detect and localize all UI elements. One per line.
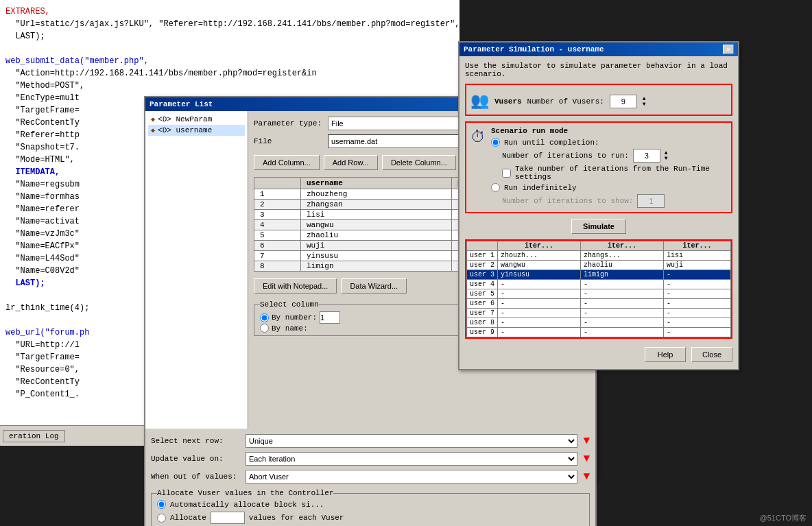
param-list-title: Parameter List bbox=[150, 100, 213, 108]
allocate-manual-label: Allocate bbox=[170, 514, 206, 522]
take-iterations-label: Take number of iterations from the Run-T… bbox=[515, 165, 727, 181]
when-out-row: When out of values: Abort Vuser Cycle Ke… bbox=[151, 470, 590, 483]
tree-icon-newparam: ◆ bbox=[151, 115, 155, 123]
tree-icon-username: ◆ bbox=[151, 126, 155, 134]
vusers-row: 👥 Vusers Number of Vusers: ▲ ▼ bbox=[470, 92, 727, 110]
allocate-legend: Allocate Vuser values in the Controller bbox=[157, 489, 333, 497]
tree-item-newparam[interactable]: ◆ <D> NewParam bbox=[148, 114, 245, 125]
iterations-spinner[interactable]: ▲ ▼ bbox=[665, 150, 668, 161]
vusers-spinner[interactable]: ▲ ▼ bbox=[643, 96, 646, 107]
by-number-input[interactable] bbox=[320, 311, 340, 324]
generation-log-tab[interactable]: eration Log bbox=[3, 430, 65, 442]
param-tree-panel: ◆ <D> NewParam ◆ <D> username bbox=[145, 111, 248, 477]
sim-table-row: user 5--- bbox=[467, 289, 731, 299]
allocate-auto-radio[interactable] bbox=[157, 500, 166, 509]
dropdown-arrow-update: ▼ bbox=[583, 453, 590, 465]
iterations-show-input bbox=[637, 194, 665, 208]
scenario-section: ⏱ Scenario run mode Run until completion… bbox=[465, 121, 732, 213]
sim-table-row: user 1zhouzh...zhangs...lisi bbox=[467, 251, 731, 261]
allocate-manual-radio[interactable] bbox=[157, 514, 166, 523]
select-next-row-select[interactable]: Unique Sequential Random bbox=[246, 434, 577, 448]
run-indefinitely-row: Run indefinitely bbox=[491, 183, 727, 192]
take-iterations-row: Take number of iterations from the Run-T… bbox=[491, 165, 727, 181]
iterations-input[interactable] bbox=[633, 149, 660, 163]
data-wizard-button[interactable]: Data Wizard... bbox=[341, 278, 407, 294]
allocate-auto-label: Automatically allocate block si... bbox=[170, 501, 324, 509]
simulate-button[interactable]: Simulate bbox=[571, 219, 626, 234]
sim-titlebar: Parameter Simulation - username ✕ bbox=[459, 43, 738, 56]
param-list-bottom-panel: Select next row: Unique Sequential Rando… bbox=[144, 429, 597, 526]
iter-down-arrow[interactable]: ▼ bbox=[665, 156, 668, 161]
iterations-show-row: Number of iterations to show: bbox=[491, 194, 727, 208]
allocate-section: Allocate Vuser values in the Controller … bbox=[151, 489, 590, 526]
when-out-label: When out of values: bbox=[151, 473, 240, 481]
sim-table-row: user 8--- bbox=[467, 318, 731, 328]
select-next-row-row: Select next row: Unique Sequential Rando… bbox=[151, 434, 590, 448]
select-next-row-label: Select next row: bbox=[151, 437, 240, 445]
tree-item-username[interactable]: ◆ <D> username bbox=[148, 125, 245, 136]
sim-table-row: user 3yinsusulimign- bbox=[467, 270, 731, 280]
sim-table-row: user 4--- bbox=[467, 280, 731, 289]
when-out-select[interactable]: Abort Vuser Cycle Keep Last Value bbox=[246, 470, 577, 483]
scenario-inner: ⏱ Scenario run mode Run until completion… bbox=[470, 127, 727, 208]
sim-table-row: user 6--- bbox=[467, 299, 731, 309]
results-section: iter... iter... iter... user 1zhouzh...z… bbox=[465, 239, 732, 339]
run-indefinitely-label: Run indefinitely bbox=[504, 184, 577, 192]
scenario-icon: ⏱ bbox=[470, 128, 486, 147]
watermark: @51CTO博客 bbox=[760, 513, 807, 523]
sim-table-row: user 7--- bbox=[467, 309, 731, 318]
simulate-btn-container: Simulate bbox=[465, 219, 732, 234]
scenario-title-label: Scenario run mode bbox=[491, 127, 727, 135]
by-name-label: By name: bbox=[272, 324, 308, 333]
run-indefinitely-radio[interactable] bbox=[491, 183, 500, 192]
vusers-label: Vusers bbox=[494, 97, 522, 106]
vusers-section: 👥 Vusers Number of Vusers: ▲ ▼ bbox=[465, 84, 732, 116]
dropdown-arrow-when-out: ▼ bbox=[583, 470, 590, 483]
allocate-manual-row: Allocate values for each Vuser bbox=[157, 512, 584, 524]
edit-notepad-button[interactable]: Edit with Notepad... bbox=[254, 278, 337, 294]
iterations-label: Number of iterations to run: bbox=[502, 152, 629, 160]
update-value-row: Update value on: Each iteration Each occ… bbox=[151, 452, 590, 466]
sim-close-x[interactable]: ✕ bbox=[723, 45, 734, 54]
vusers-input[interactable] bbox=[610, 95, 637, 108]
parameter-simulation-window: Parameter Simulation - username ✕ Use th… bbox=[458, 41, 739, 370]
select-column-legend: Select column bbox=[260, 300, 319, 309]
take-iterations-checkbox[interactable] bbox=[502, 169, 511, 178]
run-until-radio[interactable] bbox=[491, 138, 500, 147]
add-row-button[interactable]: Add Row... bbox=[324, 155, 378, 170]
sim-description: Use the simulator to simulate parameter … bbox=[465, 62, 732, 78]
sim-bottom-buttons: Help Close bbox=[465, 344, 732, 362]
vusers-down-arrow[interactable]: ▼ bbox=[643, 101, 646, 107]
by-number-label: By number: bbox=[272, 313, 317, 322]
dropdown-arrow-select-next: ▼ bbox=[583, 435, 590, 447]
run-until-row: Run until completion: bbox=[491, 138, 727, 147]
add-column-button[interactable]: Add Column... bbox=[254, 155, 320, 170]
iterations-show-label: Number of iterations to show: bbox=[502, 197, 633, 205]
help-button[interactable]: Help bbox=[645, 347, 686, 362]
allocate-auto-row: Automatically allocate block si... bbox=[157, 500, 584, 509]
sim-table-row: user 9--- bbox=[467, 328, 731, 337]
sim-title: Parameter Simulation - username bbox=[464, 45, 604, 53]
run-until-label: Run until completion: bbox=[504, 139, 599, 147]
sim-table-row: user 2wangwuzhaoliuwuji bbox=[467, 261, 731, 270]
by-name-radio[interactable] bbox=[260, 324, 269, 333]
results-table: iter... iter... iter... user 1zhouzh...z… bbox=[466, 241, 731, 337]
close-sim-button[interactable]: Close bbox=[691, 347, 732, 362]
iterations-row: Number of iterations to run: ▲ ▼ bbox=[491, 149, 727, 163]
by-number-radio[interactable] bbox=[260, 313, 269, 322]
delete-column-button[interactable]: Delete Column... bbox=[382, 155, 456, 170]
allocate-suffix-label: values for each Vuser bbox=[249, 514, 344, 522]
update-value-label: Update value on: bbox=[151, 455, 240, 463]
update-value-select[interactable]: Each iteration Each occurrence Once bbox=[246, 452, 577, 466]
vusers-icon: 👥 bbox=[470, 92, 489, 110]
param-type-label: Parameter type: bbox=[254, 119, 322, 128]
file-label: File bbox=[254, 137, 322, 145]
number-of-vusers-label: Number of Vusers: bbox=[527, 97, 604, 106]
sim-content: Use the simulator to simulate parameter … bbox=[459, 56, 738, 368]
scenario-options: Scenario run mode Run until completion: … bbox=[491, 127, 727, 208]
allocate-value-input[interactable] bbox=[211, 512, 245, 524]
